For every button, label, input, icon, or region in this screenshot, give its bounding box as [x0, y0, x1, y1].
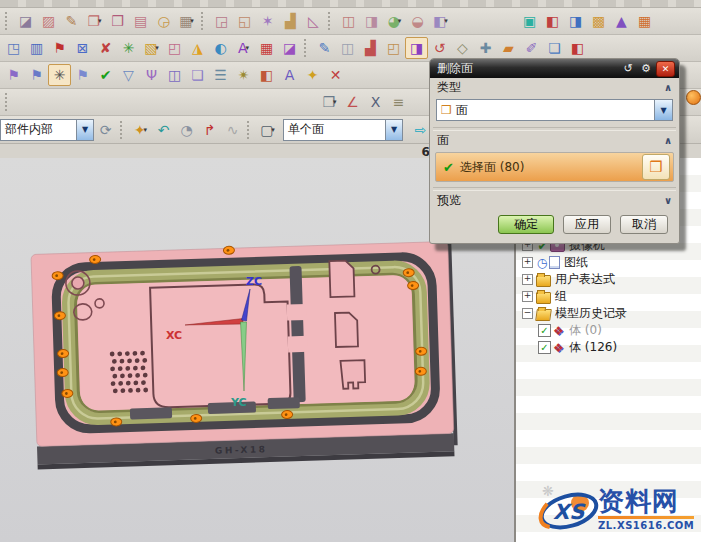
red-turn-icon[interactable]: ↱: [198, 119, 221, 141]
drafting-icon[interactable]: ▦▾: [175, 10, 198, 32]
grid-sheet-icon[interactable]: ▤: [129, 10, 152, 32]
seat-icon[interactable]: ▟: [279, 10, 302, 32]
yellow-chest-icon[interactable]: ▧▾: [140, 37, 163, 59]
tree-item-组[interactable]: +组: [518, 288, 701, 305]
dropdown-arrow-icon[interactable]: ▾: [398, 17, 402, 25]
pen-cup-icon[interactable]: ✐: [520, 37, 543, 59]
tree-item-体 (0)[interactable]: ✓❖体 (0): [518, 322, 701, 339]
checkbox[interactable]: ✓: [538, 324, 551, 337]
red-cube-icon[interactable]: ◧: [566, 37, 589, 59]
box-star-icon[interactable]: ◰: [382, 37, 405, 59]
collapse-down-icon[interactable]: ∨: [664, 195, 672, 206]
fold-pair-icon[interactable]: ◨: [360, 10, 383, 32]
dropdown-arrow-icon[interactable]: ▾: [444, 17, 448, 25]
type-section-header[interactable]: 类型 ∧: [430, 78, 679, 97]
fold-view-icon[interactable]: ◱: [233, 10, 256, 32]
collapse-box-icon[interactable]: −: [522, 308, 533, 319]
roll-sheet-icon[interactable]: ◶: [152, 10, 175, 32]
flag-pair-icon[interactable]: ⚑: [25, 64, 48, 86]
blue-cross-window-icon[interactable]: ⊠: [71, 37, 94, 59]
collapse-up-icon[interactable]: ∧: [664, 135, 672, 146]
shield-icon[interactable]: ◐: [209, 37, 232, 59]
swap-view-icon[interactable]: ◲: [210, 10, 233, 32]
round-blend-icon[interactable]: ◕▾: [383, 10, 406, 32]
paste-window-icon[interactable]: ◰: [163, 37, 186, 59]
toolbar-drag-handle[interactable]: [328, 12, 334, 30]
dialog-settings-icon[interactable]: ⚙: [638, 62, 654, 76]
toolbar-drag-handle[interactable]: [5, 93, 11, 111]
dialog-close-icon[interactable]: ✕: [656, 61, 675, 77]
cube-view-icon[interactable]: ◳: [2, 37, 25, 59]
marquee-select-icon[interactable]: ▢▾: [256, 119, 279, 141]
snap-point-icon[interactable]: ✦▾: [129, 119, 152, 141]
purple-box-icon[interactable]: ◪: [278, 37, 301, 59]
filter-flag-icon[interactable]: ⚑: [2, 64, 25, 86]
shell-pair-icon[interactable]: ◫: [337, 10, 360, 32]
type-dropdown[interactable]: ❒ 面 ▼: [436, 99, 673, 121]
toolbar-drag-handle[interactable]: [247, 121, 253, 139]
tree-item-模型历史记录[interactable]: −模型历史记录: [518, 305, 701, 322]
cube-arrow-icon[interactable]: ◧: [255, 64, 278, 86]
preview-section-header[interactable]: 预览 ∨: [430, 191, 679, 210]
red-pin-icon[interactable]: ✘: [94, 37, 117, 59]
teal-box-icon[interactable]: ▣: [518, 10, 541, 32]
tree-item-用户表达式[interactable]: +用户表达式: [518, 271, 701, 288]
faucet-icon[interactable]: ✚: [474, 37, 497, 59]
dialog-reset-icon[interactable]: ↺: [620, 62, 636, 76]
pen-sketch-icon[interactable]: ✎: [60, 10, 83, 32]
sync-icon[interactable]: ⟳: [94, 119, 117, 141]
open-sheet-icon[interactable]: ❐▾: [83, 10, 106, 32]
expand-box-icon[interactable]: +: [522, 291, 533, 302]
rainbow-eraser-icon[interactable]: ▰: [497, 37, 520, 59]
expand-box-icon[interactable]: +: [522, 274, 533, 285]
selection-filter-combo[interactable]: 单个面 ▼: [283, 119, 403, 141]
bell-icon[interactable]: ◮: [186, 37, 209, 59]
flip-sheet-icon[interactable]: ❒: [106, 10, 129, 32]
net-surface-icon[interactable]: ▩: [587, 10, 610, 32]
radius-arrow-icon[interactable]: ↺: [428, 37, 451, 59]
flag-dots-icon[interactable]: ⚑: [71, 64, 94, 86]
measure-abs-icon[interactable]: ∠: [341, 91, 364, 113]
chevron-down-icon[interactable]: ▼: [654, 100, 672, 120]
dropdown-arrow-icon[interactable]: ▾: [144, 126, 148, 134]
sun-frame-icon[interactable]: ✳: [48, 64, 71, 86]
blend-face-icon[interactable]: ◒: [406, 10, 429, 32]
undo-curve-icon[interactable]: ↶: [152, 119, 175, 141]
multicolor-box-icon[interactable]: ◧: [541, 10, 564, 32]
box-funnel-icon[interactable]: ▽: [117, 64, 140, 86]
rough-sketch-icon[interactable]: ▨: [37, 10, 60, 32]
chevron-down-icon[interactable]: ▼: [385, 120, 402, 140]
mirror-face-icon[interactable]: ◧▾: [429, 10, 452, 32]
text-height-icon[interactable]: A▾: [232, 37, 255, 59]
box-pair-icon[interactable]: ◫: [163, 64, 186, 86]
starburst-icon[interactable]: ✴: [232, 64, 255, 86]
flag-doc-icon[interactable]: ❏: [186, 64, 209, 86]
spline-icon[interactable]: ∿: [221, 119, 244, 141]
pencil-edit-icon[interactable]: ✎: [313, 37, 336, 59]
red-flag-icon[interactable]: ⚑: [48, 37, 71, 59]
rgb-box-icon[interactable]: ◨: [564, 10, 587, 32]
purple-cube-icon[interactable]: ◨: [405, 37, 428, 59]
history-clock-icon[interactable]: ◔: [175, 119, 198, 141]
dropdown-arrow-icon[interactable]: ▾: [155, 44, 159, 52]
ok-button[interactable]: 确定: [498, 215, 554, 234]
dropdown-arrow-icon[interactable]: ▾: [333, 98, 337, 106]
dropdown-arrow-icon[interactable]: ▾: [271, 126, 275, 134]
texture-box-icon[interactable]: ▦: [633, 10, 656, 32]
measure-x-icon[interactable]: Χ: [364, 91, 387, 113]
branch-icon[interactable]: Ψ: [140, 64, 163, 86]
wing-icon[interactable]: ◺: [302, 10, 325, 32]
doc-x-icon[interactable]: ✕: [324, 64, 347, 86]
green-star-icon[interactable]: ✳: [117, 37, 140, 59]
stack-layers-icon[interactable]: ≡: [387, 91, 410, 113]
orange-ball-icon[interactable]: [686, 90, 701, 105]
collapse-up-icon[interactable]: ∧: [664, 82, 672, 93]
checkbox[interactable]: ✓: [538, 341, 551, 354]
tower-icon[interactable]: ▟: [359, 37, 382, 59]
expand-box-icon[interactable]: +: [522, 257, 533, 268]
dialog-titlebar[interactable]: 删除面 ↺ ⚙ ✕: [430, 59, 679, 78]
tree-item-图纸[interactable]: +◷图纸: [518, 254, 701, 271]
face-section-header[interactable]: 面 ∧: [430, 131, 679, 150]
tree-item-体 (126)[interactable]: ✓❖体 (126): [518, 339, 701, 356]
toolbar-drag-handle[interactable]: [304, 39, 310, 57]
